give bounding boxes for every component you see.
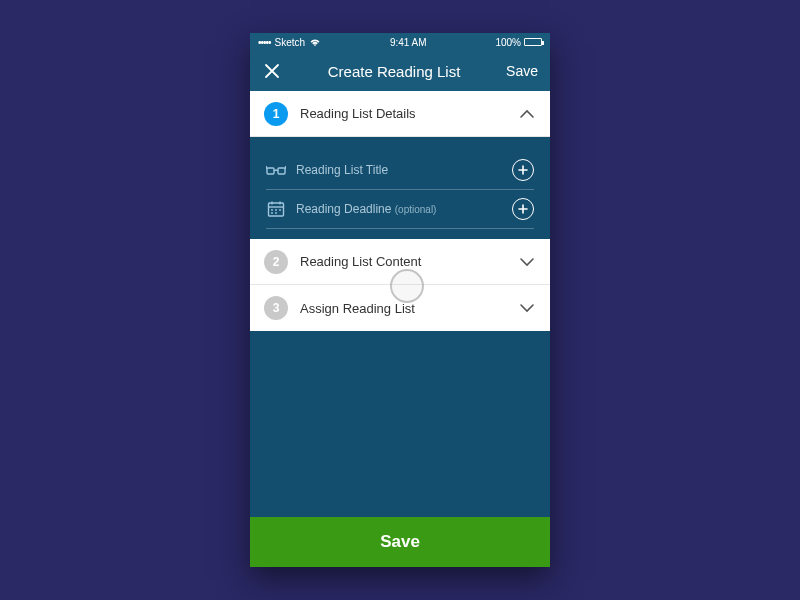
svg-point-5 [279, 209, 281, 211]
svg-rect-1 [278, 168, 285, 174]
calendar-icon [266, 199, 286, 219]
svg-point-3 [271, 209, 273, 211]
chevron-up-icon [518, 105, 536, 123]
chevron-down-icon [518, 253, 536, 271]
battery-icon [524, 38, 542, 46]
field-reading-deadline[interactable]: Reading Deadline (optional) [266, 190, 534, 229]
status-bar: ••••• Sketch 9:41 AM 100% [250, 33, 550, 51]
section-header-content[interactable]: 2 Reading List Content [250, 239, 550, 285]
content-filler [250, 331, 550, 517]
page-title: Create Reading List [328, 63, 461, 80]
battery-percent: 100% [495, 37, 521, 48]
field-label-title: Reading List Title [296, 163, 502, 177]
step-badge-3: 3 [264, 296, 288, 320]
section-header-details[interactable]: 1 Reading List Details [250, 91, 550, 137]
wifi-icon [309, 38, 321, 47]
status-left: ••••• Sketch [258, 37, 321, 48]
svg-rect-0 [267, 168, 274, 174]
add-deadline-button[interactable] [512, 198, 534, 220]
svg-point-4 [275, 209, 277, 211]
glasses-icon [266, 160, 286, 180]
nav-bar: Create Reading List Save [250, 51, 550, 91]
add-title-button[interactable] [512, 159, 534, 181]
section-header-assign[interactable]: 3 Assign Reading List [250, 285, 550, 331]
svg-point-6 [271, 212, 273, 214]
carrier-label: Sketch [275, 37, 306, 48]
field-label-deadline: Reading Deadline (optional) [296, 202, 502, 216]
chevron-down-icon [518, 299, 536, 317]
svg-point-7 [275, 212, 277, 214]
section-title-assign: Assign Reading List [300, 301, 506, 316]
field-reading-list-title[interactable]: Reading List Title [266, 151, 534, 190]
step-badge-1: 1 [264, 102, 288, 126]
close-button[interactable] [262, 61, 282, 81]
section-title-content: Reading List Content [300, 254, 506, 269]
status-time: 9:41 AM [390, 37, 427, 48]
save-button[interactable]: Save [250, 517, 550, 567]
section-body-details: Reading List Title Reading Deadline (opt… [250, 137, 550, 239]
phone-screen: ••••• Sketch 9:41 AM 100% Create Reading… [250, 33, 550, 567]
status-battery: 100% [495, 37, 542, 48]
signal-dots: ••••• [258, 37, 271, 48]
nav-save-button[interactable]: Save [506, 63, 538, 79]
section-title-details: Reading List Details [300, 106, 506, 121]
step-badge-2: 2 [264, 250, 288, 274]
